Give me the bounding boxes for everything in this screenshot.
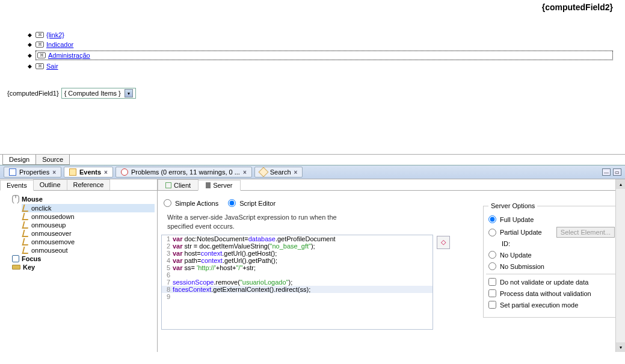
problems-icon <box>121 168 128 176</box>
maximize-view-button[interactable]: ▭ <box>613 168 621 176</box>
code-editor[interactable]: 1var doc:NotesDocument=database.getProfi… <box>161 235 433 330</box>
left-tab-events[interactable]: Events <box>0 180 34 191</box>
server-options-group: Server Options Full Update Partial Updat… <box>483 202 620 318</box>
event-icon <box>22 230 30 237</box>
radio-script-editor[interactable]: Script Editor <box>228 199 276 207</box>
events-icon <box>69 168 76 176</box>
event-icon <box>22 238 30 245</box>
link-icon: ⌘ <box>35 63 44 69</box>
nav-item-administracao[interactable]: ◆⌘Administração <box>28 49 621 61</box>
help-text: Write a server-side JavaScript expressio… <box>158 213 350 235</box>
tab-source[interactable]: Source <box>35 155 70 165</box>
computed-field-row: {computedField1} { Computed Items } ▾ <box>7 88 621 99</box>
nav-item-sair[interactable]: ◆⌘Sair <box>28 61 621 71</box>
computed-items-combo[interactable]: { Computed Items } ▾ <box>61 88 136 99</box>
tree-item-onmousedown[interactable]: onmousedown <box>22 212 155 221</box>
link-icon: ⌘ <box>37 52 46 58</box>
tree-group-mouse[interactable]: Mouse <box>11 194 155 204</box>
close-icon[interactable]: × <box>52 169 56 176</box>
check-partial-exec[interactable]: Set partial execution mode <box>488 301 615 309</box>
computed-field-1-label: {computedField1} <box>7 90 59 97</box>
key-icon <box>12 265 20 270</box>
tab-events[interactable]: Events × <box>64 167 113 177</box>
diamond-icon: ◇ <box>441 238 446 246</box>
radio-simple-actions[interactable]: Simple Actions <box>164 199 218 207</box>
event-icon <box>22 221 30 229</box>
link-icon: ⌘ <box>35 42 44 48</box>
tab-design[interactable]: Design <box>2 155 36 165</box>
design-source-tabs: Design Source <box>0 154 625 165</box>
server-options-legend: Server Options <box>488 202 537 209</box>
server-icon <box>206 182 211 188</box>
tab-properties[interactable]: Properties × <box>4 167 61 177</box>
focus-icon <box>12 255 19 262</box>
tree-item-onmouseover[interactable]: onmouseover <box>22 229 155 238</box>
reference-picker-button[interactable]: ◇ <box>437 236 450 249</box>
event-icon <box>22 205 30 212</box>
tab-problems[interactable]: Problems (0 errors, 11 warnings, 0 ... × <box>115 167 252 177</box>
nav-item-indicador[interactable]: ◆⌘Indicador <box>28 40 621 49</box>
close-icon[interactable]: × <box>243 169 247 176</box>
left-tab-reference[interactable]: Reference <box>67 179 111 190</box>
tree-item-onclick[interactable]: onclick <box>22 204 155 212</box>
tree-item-onmousemove[interactable]: onmousemove <box>22 238 155 246</box>
close-icon[interactable]: × <box>104 169 108 176</box>
radio-partial-update[interactable]: Partial Update <box>488 229 542 236</box>
search-icon <box>258 167 268 177</box>
tree-item-onmouseout[interactable]: onmouseout <box>22 246 155 254</box>
mouse-icon <box>12 195 19 203</box>
radio-full-update[interactable]: Full Update <box>488 215 615 223</box>
link-icon: ⌘ <box>35 32 44 38</box>
nav-list: ◆⌘{link2} ◆⌘Indicador ◆⌘Administração ◆⌘… <box>28 30 621 71</box>
view-tab-bar: Properties × Events × Problems (0 errors… <box>0 165 625 179</box>
select-element-button[interactable]: Select Element... <box>556 227 615 238</box>
left-tab-outline[interactable]: Outline <box>33 179 67 190</box>
tab-client[interactable]: Client <box>158 179 199 190</box>
radio-no-update[interactable]: No Update <box>488 251 615 259</box>
check-no-validate[interactable]: Do not validate or update data <box>488 278 615 286</box>
chevron-down-icon[interactable]: ▾ <box>125 89 133 97</box>
tree-group-focus[interactable]: Focus <box>11 254 155 263</box>
check-process-no-validation[interactable]: Process data without validation <box>488 289 615 297</box>
events-left-pane: Events Outline Reference Mouse onclick o… <box>0 179 158 352</box>
event-tree: Mouse onclick onmousedown onmouseup onmo… <box>0 191 157 275</box>
scroll-up-button[interactable]: ▴ <box>616 179 625 189</box>
id-label: ID: <box>502 240 615 247</box>
tab-search[interactable]: Search × <box>254 167 303 177</box>
tree-group-key[interactable]: Key <box>11 263 155 271</box>
event-icon <box>22 213 30 220</box>
tab-server[interactable]: Server <box>198 180 240 191</box>
tree-item-onmouseup[interactable]: onmouseup <box>22 221 155 229</box>
radio-no-submission[interactable]: No Submission <box>488 262 615 270</box>
event-icon <box>22 247 30 254</box>
vertical-scrollbar[interactable]: ▴ ▾ <box>615 179 625 352</box>
properties-icon <box>9 168 16 176</box>
client-icon <box>165 182 171 188</box>
minimize-view-button[interactable]: — <box>602 168 611 176</box>
design-canvas: {computedField2} ◆⌘{link2} ◆⌘Indicador ◆… <box>0 0 625 154</box>
scroll-down-button[interactable]: ▾ <box>616 342 625 352</box>
nav-item-link2[interactable]: ◆⌘{link2} <box>28 30 621 40</box>
close-icon[interactable]: × <box>294 169 298 176</box>
events-right-pane: Client Server Simple Actions Script Edit… <box>158 179 625 352</box>
computed-field-2: {computedField2} <box>542 2 613 12</box>
